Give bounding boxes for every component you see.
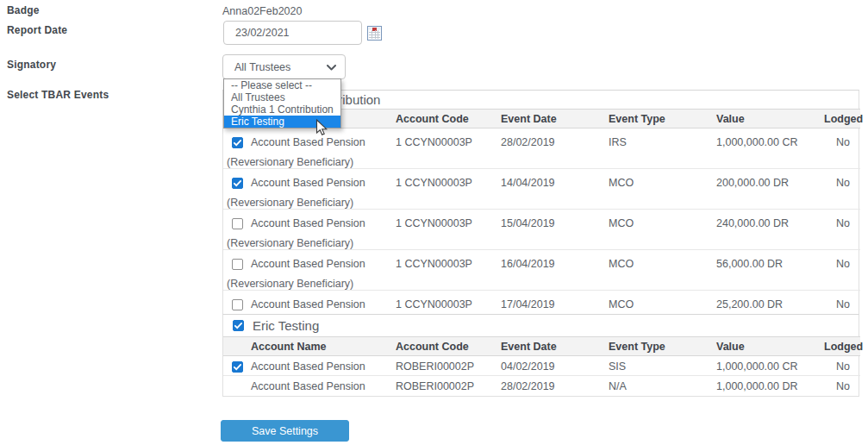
column-header: Account Name xyxy=(223,337,396,356)
value-cell: 200,000.00 DR xyxy=(716,169,824,210)
event-type-cell: IRS xyxy=(609,128,716,169)
account-name-note: (Reversionary Beneficiary) xyxy=(223,197,396,209)
value-cell: 1,000,000.00 CR xyxy=(716,128,824,169)
badge-value: Anna02Feb2020 xyxy=(222,5,302,17)
lodged-cell: No xyxy=(824,169,860,210)
chevron-down-icon xyxy=(327,61,336,73)
account-name: Account Based Pension xyxy=(251,298,365,310)
table-row: Account Based Pension(Reversionary Benef… xyxy=(223,250,860,291)
column-header: Event Type xyxy=(609,110,716,128)
report-date-label: Report Date xyxy=(7,24,67,36)
account-name: Account Based Pension xyxy=(251,360,365,373)
column-header: Event Date xyxy=(501,110,609,128)
row-checkbox[interactable] xyxy=(232,137,243,148)
table-row: Account Based Pension(Reversionary Benef… xyxy=(223,128,860,169)
lodged-cell: No xyxy=(824,356,860,376)
column-header: Event Type xyxy=(609,337,716,356)
calendar-icon[interactable] xyxy=(367,26,382,41)
event-type-cell: MCO xyxy=(609,169,716,210)
tbar-settings-page: Badge Anna02Feb2020 Report Date Signator… xyxy=(0,0,868,445)
column-header: Lodged xyxy=(824,337,860,356)
table-row: Account Based PensionROBERI00002P28/02/2… xyxy=(223,376,860,396)
save-settings-button[interactable]: Save Settings xyxy=(221,420,349,442)
account-name-note: (Reversionary Beneficiary) xyxy=(223,237,396,249)
value-cell: 240,000.00 DR xyxy=(716,210,824,250)
lodged-cell: No xyxy=(824,210,860,250)
signatory-dropdown-option[interactable]: -- Please select -- xyxy=(224,79,340,91)
table-row: Account Based PensionROBERI00002P04/02/2… xyxy=(223,356,860,376)
signatory-dropdown-option[interactable]: Cynthia 1 Contribution xyxy=(224,103,340,116)
account-name: Account Based Pension xyxy=(251,217,365,229)
account-name: Account Based Pension xyxy=(251,136,365,148)
account-code-cell: 1 CCYN00003P xyxy=(396,210,501,250)
signatory-select[interactable]: All Trustees xyxy=(222,54,346,79)
event-date-cell: 16/04/2019 xyxy=(501,250,609,291)
column-header: Event Date xyxy=(501,337,609,356)
event-type-cell: MCO xyxy=(609,210,716,250)
badge-label: Badge xyxy=(7,4,40,16)
account-name: Account Based Pension xyxy=(251,258,365,270)
event-date-cell: 15/04/2019 xyxy=(501,210,609,250)
account-code-cell: ROBERI00002P xyxy=(396,356,501,376)
account-name: Account Based Pension xyxy=(251,177,365,189)
section-header: Eric Testing xyxy=(223,315,859,336)
column-header: Account Code xyxy=(396,110,501,128)
signatory-dropdown: -- Please select --All TrusteesCynthia 1… xyxy=(223,78,341,128)
event-date-cell: 04/02/2019 xyxy=(501,356,609,376)
event-type-cell: MCO xyxy=(609,250,716,291)
event-date-cell: 28/02/2019 xyxy=(501,376,609,396)
event-type-cell: N/A xyxy=(609,376,716,396)
lodged-cell: No xyxy=(824,250,860,291)
row-checkbox[interactable] xyxy=(232,218,243,229)
column-header-row: Account NameAccount CodeEvent DateEvent … xyxy=(223,337,860,356)
column-header: Lodged xyxy=(824,110,860,128)
column-header: Account Code xyxy=(396,337,501,356)
value-cell: 56,000.00 DR xyxy=(716,250,824,291)
table-row: Account Based Pension(Reversionary Benef… xyxy=(223,169,860,210)
select-tbar-events-label: Select TBAR Events xyxy=(7,89,109,101)
signatory-label: Signatory xyxy=(7,59,56,71)
event-type-cell: SIS xyxy=(609,356,716,376)
table-row: Account Based Pension(Reversionary Benef… xyxy=(223,210,860,250)
event-date-cell: 28/02/2019 xyxy=(501,128,609,169)
value-cell: 1,000,000.00 DR xyxy=(716,376,824,396)
value-cell: 1,000,000.00 CR xyxy=(716,356,824,376)
section-checkbox[interactable] xyxy=(233,320,244,331)
tbar-events-table-eric: Eric TestingAccount NameAccount CodeEven… xyxy=(222,314,859,397)
row-checkbox[interactable] xyxy=(232,178,243,189)
row-checkbox[interactable] xyxy=(232,299,243,310)
row-checkbox[interactable] xyxy=(232,259,243,270)
column-header: Value xyxy=(716,337,824,356)
column-header: Value xyxy=(716,110,824,128)
lodged-cell: No xyxy=(824,128,860,169)
row-checkbox[interactable] xyxy=(232,361,243,373)
signatory-dropdown-option[interactable]: All Trustees xyxy=(224,91,340,103)
account-code-cell: ROBERI00002P xyxy=(396,376,501,396)
lodged-cell: No xyxy=(824,376,860,396)
account-code-cell: 1 CCYN00003P xyxy=(396,169,501,210)
account-name: Account Based Pension xyxy=(251,380,365,392)
report-date-input[interactable] xyxy=(223,21,362,45)
signatory-dropdown-option[interactable]: Eric Testing xyxy=(224,116,340,128)
section-title: Eric Testing xyxy=(253,318,319,333)
account-name-note: (Reversionary Beneficiary) xyxy=(223,278,396,290)
signatory-selected-value: All Trustees xyxy=(234,61,290,73)
event-date-cell: 14/04/2019 xyxy=(501,169,609,210)
account-code-cell: 1 CCYN00003P xyxy=(396,128,501,169)
account-code-cell: 1 CCYN00003P xyxy=(396,250,501,291)
account-name-note: (Reversionary Beneficiary) xyxy=(223,156,396,168)
